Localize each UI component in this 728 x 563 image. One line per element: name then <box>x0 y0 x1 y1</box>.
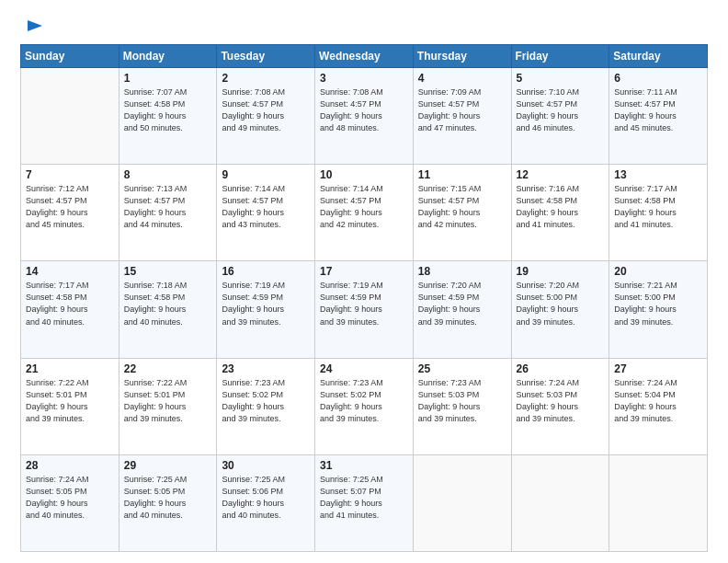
day-number: 8 <box>124 168 212 181</box>
day-number: 14 <box>26 265 114 278</box>
calendar-cell: 27Sunrise: 7:24 AM Sunset: 5:04 PM Dayli… <box>609 358 708 454</box>
day-number: 18 <box>418 265 506 278</box>
calendar-cell: 2Sunrise: 7:08 AM Sunset: 4:57 PM Daylig… <box>217 68 315 165</box>
weekday-header: Thursday <box>413 45 511 68</box>
day-number: 3 <box>320 72 408 85</box>
calendar-cell: 17Sunrise: 7:19 AM Sunset: 4:59 PM Dayli… <box>315 261 414 358</box>
calendar-cell: 7Sunrise: 7:12 AM Sunset: 4:57 PM Daylig… <box>21 165 119 261</box>
day-info: Sunrise: 7:15 AM Sunset: 4:57 PM Dayligh… <box>418 183 506 231</box>
day-info: Sunrise: 7:16 AM Sunset: 4:58 PM Dayligh… <box>517 183 605 231</box>
calendar-cell: 21Sunrise: 7:22 AM Sunset: 5:01 PM Dayli… <box>21 358 119 454</box>
calendar-cell: 15Sunrise: 7:18 AM Sunset: 4:58 PM Dayli… <box>119 261 217 358</box>
calendar-cell: 10Sunrise: 7:14 AM Sunset: 4:57 PM Dayli… <box>315 165 414 261</box>
day-number: 25 <box>418 362 506 375</box>
calendar-cell: 12Sunrise: 7:16 AM Sunset: 4:58 PM Dayli… <box>511 165 609 261</box>
calendar-cell: 4Sunrise: 7:09 AM Sunset: 4:57 PM Daylig… <box>413 68 511 165</box>
day-info: Sunrise: 7:08 AM Sunset: 4:57 PM Dayligh… <box>320 86 408 134</box>
calendar-week-row: 7Sunrise: 7:12 AM Sunset: 4:57 PM Daylig… <box>21 165 708 261</box>
page: SundayMondayTuesdayWednesdayThursdayFrid… <box>0 0 728 563</box>
day-number: 13 <box>614 168 702 181</box>
day-info: Sunrise: 7:19 AM Sunset: 4:59 PM Dayligh… <box>320 280 408 327</box>
calendar-cell: 26Sunrise: 7:24 AM Sunset: 5:03 PM Dayli… <box>511 358 609 454</box>
logo-arrow-icon <box>26 17 44 35</box>
day-number: 5 <box>517 72 605 85</box>
calendar-cell: 9Sunrise: 7:14 AM Sunset: 4:57 PM Daylig… <box>217 165 315 261</box>
weekday-header: Tuesday <box>217 45 315 68</box>
day-number: 6 <box>614 72 702 85</box>
day-info: Sunrise: 7:23 AM Sunset: 5:02 PM Dayligh… <box>222 377 310 425</box>
svg-marker-0 <box>28 20 42 31</box>
weekday-header: Sunday <box>21 45 119 68</box>
calendar-cell: 28Sunrise: 7:24 AM Sunset: 5:05 PM Dayli… <box>21 454 119 551</box>
day-info: Sunrise: 7:07 AM Sunset: 4:58 PM Dayligh… <box>124 86 212 134</box>
calendar-cell: 19Sunrise: 7:20 AM Sunset: 5:00 PM Dayli… <box>511 261 609 358</box>
calendar-week-row: 14Sunrise: 7:17 AM Sunset: 4:58 PM Dayli… <box>21 261 708 358</box>
day-number: 31 <box>320 459 408 472</box>
calendar-cell <box>609 454 708 551</box>
day-info: Sunrise: 7:18 AM Sunset: 4:58 PM Dayligh… <box>124 280 212 327</box>
day-info: Sunrise: 7:24 AM Sunset: 5:04 PM Dayligh… <box>614 377 702 425</box>
calendar-cell: 22Sunrise: 7:22 AM Sunset: 5:01 PM Dayli… <box>119 358 217 454</box>
day-info: Sunrise: 7:19 AM Sunset: 4:59 PM Dayligh… <box>222 280 310 327</box>
day-info: Sunrise: 7:10 AM Sunset: 4:57 PM Dayligh… <box>517 86 605 134</box>
day-info: Sunrise: 7:09 AM Sunset: 4:57 PM Dayligh… <box>418 86 506 134</box>
calendar-week-row: 28Sunrise: 7:24 AM Sunset: 5:05 PM Dayli… <box>21 454 708 551</box>
day-info: Sunrise: 7:12 AM Sunset: 4:57 PM Dayligh… <box>26 183 114 231</box>
calendar-cell <box>413 454 511 551</box>
day-info: Sunrise: 7:24 AM Sunset: 5:03 PM Dayligh… <box>517 377 605 425</box>
calendar-cell: 6Sunrise: 7:11 AM Sunset: 4:57 PM Daylig… <box>609 68 708 165</box>
day-number: 22 <box>124 362 212 375</box>
day-info: Sunrise: 7:17 AM Sunset: 4:58 PM Dayligh… <box>614 183 702 231</box>
day-number: 24 <box>320 362 408 375</box>
day-info: Sunrise: 7:08 AM Sunset: 4:57 PM Dayligh… <box>222 86 310 134</box>
calendar-cell: 16Sunrise: 7:19 AM Sunset: 4:59 PM Dayli… <box>217 261 315 358</box>
calendar-cell: 30Sunrise: 7:25 AM Sunset: 5:06 PM Dayli… <box>217 454 315 551</box>
day-info: Sunrise: 7:21 AM Sunset: 5:00 PM Dayligh… <box>614 280 702 327</box>
calendar-cell: 20Sunrise: 7:21 AM Sunset: 5:00 PM Dayli… <box>609 261 708 358</box>
day-number: 2 <box>222 72 310 85</box>
weekday-header: Friday <box>511 45 609 68</box>
day-number: 30 <box>222 459 310 472</box>
calendar-cell <box>511 454 609 551</box>
day-info: Sunrise: 7:22 AM Sunset: 5:01 PM Dayligh… <box>124 377 212 425</box>
calendar-cell: 31Sunrise: 7:25 AM Sunset: 5:07 PM Dayli… <box>315 454 414 551</box>
day-number: 12 <box>517 168 605 181</box>
calendar-cell: 29Sunrise: 7:25 AM Sunset: 5:05 PM Dayli… <box>119 454 217 551</box>
calendar-cell: 14Sunrise: 7:17 AM Sunset: 4:58 PM Dayli… <box>21 261 119 358</box>
day-number: 9 <box>222 168 310 181</box>
calendar-cell: 8Sunrise: 7:13 AM Sunset: 4:57 PM Daylig… <box>119 165 217 261</box>
day-number: 1 <box>124 72 212 85</box>
day-number: 29 <box>124 459 212 472</box>
day-number: 16 <box>222 265 310 278</box>
calendar-cell: 5Sunrise: 7:10 AM Sunset: 4:57 PM Daylig… <box>511 68 609 165</box>
day-info: Sunrise: 7:22 AM Sunset: 5:01 PM Dayligh… <box>26 377 114 425</box>
day-info: Sunrise: 7:25 AM Sunset: 5:07 PM Dayligh… <box>320 474 408 522</box>
day-number: 7 <box>26 168 114 181</box>
day-info: Sunrise: 7:20 AM Sunset: 5:00 PM Dayligh… <box>517 280 605 327</box>
calendar-cell: 18Sunrise: 7:20 AM Sunset: 4:59 PM Dayli… <box>413 261 511 358</box>
day-number: 11 <box>418 168 506 181</box>
calendar-cell: 3Sunrise: 7:08 AM Sunset: 4:57 PM Daylig… <box>315 68 414 165</box>
calendar-cell: 25Sunrise: 7:23 AM Sunset: 5:03 PM Dayli… <box>413 358 511 454</box>
day-info: Sunrise: 7:14 AM Sunset: 4:57 PM Dayligh… <box>222 183 310 231</box>
day-info: Sunrise: 7:25 AM Sunset: 5:06 PM Dayligh… <box>222 474 310 522</box>
day-number: 17 <box>320 265 408 278</box>
logo <box>20 17 44 35</box>
day-number: 27 <box>614 362 702 375</box>
day-number: 21 <box>26 362 114 375</box>
calendar-header-row: SundayMondayTuesdayWednesdayThursdayFrid… <box>21 45 708 68</box>
calendar-cell: 13Sunrise: 7:17 AM Sunset: 4:58 PM Dayli… <box>609 165 708 261</box>
header <box>20 17 708 35</box>
weekday-header: Wednesday <box>315 45 414 68</box>
day-number: 20 <box>614 265 702 278</box>
day-number: 28 <box>26 459 114 472</box>
day-info: Sunrise: 7:14 AM Sunset: 4:57 PM Dayligh… <box>320 183 408 231</box>
weekday-header: Saturday <box>609 45 708 68</box>
calendar-cell: 1Sunrise: 7:07 AM Sunset: 4:58 PM Daylig… <box>119 68 217 165</box>
day-info: Sunrise: 7:23 AM Sunset: 5:02 PM Dayligh… <box>320 377 408 425</box>
calendar-week-row: 1Sunrise: 7:07 AM Sunset: 4:58 PM Daylig… <box>21 68 708 165</box>
day-info: Sunrise: 7:25 AM Sunset: 5:05 PM Dayligh… <box>124 474 212 522</box>
calendar-table: SundayMondayTuesdayWednesdayThursdayFrid… <box>20 44 708 552</box>
day-number: 23 <box>222 362 310 375</box>
calendar-cell: 24Sunrise: 7:23 AM Sunset: 5:02 PM Dayli… <box>315 358 414 454</box>
